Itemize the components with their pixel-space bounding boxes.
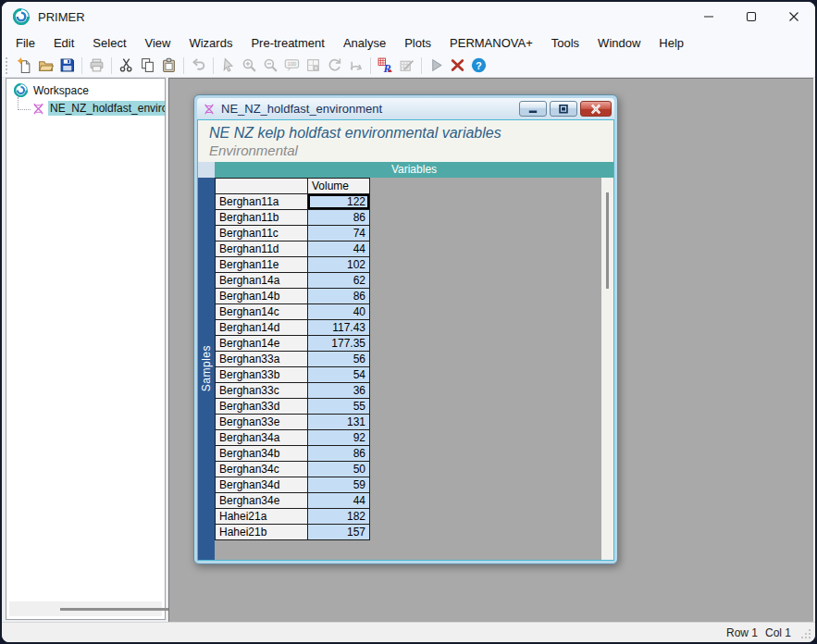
- table-row[interactable]: Berghan33a 56: [216, 352, 370, 367]
- menu-item-plots[interactable]: Plots: [395, 33, 440, 53]
- copy-icon[interactable]: [137, 56, 158, 76]
- row-label-cell[interactable]: Berghan34b: [216, 446, 308, 462]
- table-row[interactable]: Berghan34e 44: [216, 493, 370, 509]
- stop-icon[interactable]: [447, 56, 468, 76]
- row-value-cell[interactable]: 54: [308, 367, 370, 383]
- menu-item-tools[interactable]: Tools: [542, 33, 588, 53]
- menu-item-permanova-[interactable]: PERMANOVA+: [440, 33, 542, 53]
- row-value-cell[interactable]: 131: [308, 415, 370, 430]
- table-row[interactable]: Berghan11b 86: [216, 210, 370, 226]
- menu-item-file[interactable]: File: [6, 33, 44, 53]
- table-row[interactable]: Berghan14c 40: [216, 304, 370, 320]
- table-row[interactable]: Berghan11d 44: [216, 242, 370, 257]
- new-workspace-icon[interactable]: [14, 56, 35, 76]
- cut-icon[interactable]: [116, 56, 137, 76]
- table-row[interactable]: Berghan11c 74: [216, 226, 370, 242]
- row-value-cell[interactable]: 44: [308, 493, 370, 509]
- row-value-cell[interactable]: 86: [308, 210, 370, 226]
- table-row[interactable]: Berghan33d 55: [216, 399, 370, 415]
- table-row[interactable]: Berghan34a 92: [216, 430, 370, 446]
- row-value-cell[interactable]: 86: [308, 289, 370, 304]
- row-label-cell[interactable]: Berghan11a: [216, 194, 308, 210]
- maximize-button[interactable]: [730, 2, 773, 31]
- workspace-horizontal-scrollbar[interactable]: [9, 601, 162, 616]
- row-label-cell[interactable]: Berghan34d: [216, 477, 308, 493]
- row-label-cell[interactable]: Berghan14b: [216, 289, 308, 304]
- tree-item-data-matrix[interactable]: NE_NZ_holdfast_environment: [18, 101, 165, 116]
- sheet-minimize-button[interactable]: [519, 101, 547, 117]
- table-row[interactable]: Berghan11a 122: [216, 194, 370, 210]
- table-row[interactable]: Berghan33c 36: [216, 383, 370, 399]
- open-icon[interactable]: [35, 56, 56, 76]
- row-value-cell[interactable]: 44: [308, 242, 370, 257]
- row-label-cell[interactable]: Berghan33d: [216, 399, 308, 415]
- table-row[interactable]: Berghan33b 54: [216, 367, 370, 383]
- menu-item-edit[interactable]: Edit: [44, 33, 83, 53]
- row-label-cell[interactable]: Berghan14e: [216, 336, 308, 352]
- row-value-cell[interactable]: 177.35: [308, 336, 370, 352]
- row-label-cell[interactable]: Berghan34c: [216, 462, 308, 477]
- row-label-cell[interactable]: Berghan11c: [216, 226, 308, 242]
- table-row[interactable]: Berghan14e 177.35: [216, 336, 370, 352]
- sheet-restore-button[interactable]: [550, 101, 577, 117]
- row-value-cell[interactable]: 74: [308, 226, 370, 242]
- row-value-cell[interactable]: 55: [308, 399, 370, 415]
- row-value-cell[interactable]: 102: [308, 257, 370, 273]
- close-button[interactable]: [773, 2, 815, 31]
- table-row[interactable]: Berghan14d 117.43: [216, 320, 370, 336]
- row-label-cell[interactable]: Berghan11e: [216, 257, 308, 273]
- row-label-cell[interactable]: Berghan33a: [216, 352, 308, 367]
- row-label-cell[interactable]: Berghan14d: [216, 320, 308, 336]
- row-label-cell[interactable]: Berghan34e: [216, 493, 308, 509]
- row-label-cell[interactable]: Hahei21b: [216, 525, 308, 540]
- row-value-cell[interactable]: 122: [308, 194, 370, 210]
- row-value-cell[interactable]: 157: [308, 525, 370, 540]
- data-sheet-window[interactable]: NE_NZ_holdfast_environment: [193, 94, 618, 564]
- sheet-close-button[interactable]: [580, 101, 612, 117]
- table-row[interactable]: Hahei21b 157: [216, 525, 370, 540]
- menu-item-window[interactable]: Window: [588, 33, 650, 53]
- help-icon[interactable]: ?: [468, 56, 489, 76]
- row-label-cell[interactable]: Berghan11b: [216, 210, 308, 226]
- row-label-cell[interactable]: Berghan34a: [216, 430, 308, 446]
- table-row[interactable]: Berghan33e 131: [216, 415, 370, 430]
- row-value-cell[interactable]: 92: [308, 430, 370, 446]
- table-row[interactable]: Berghan14a 62: [216, 273, 370, 289]
- row-value-cell[interactable]: 50: [308, 462, 370, 477]
- save-icon[interactable]: [56, 56, 78, 76]
- row-label-cell[interactable]: Berghan33e: [216, 415, 308, 430]
- row-label-cell[interactable]: Berghan14c: [216, 304, 308, 320]
- minimize-button[interactable]: [687, 2, 730, 31]
- row-value-cell[interactable]: 56: [308, 352, 370, 367]
- scrollbar-thumb[interactable]: [60, 608, 175, 611]
- row-value-cell[interactable]: 36: [308, 383, 370, 399]
- scrollbar-thumb[interactable]: [606, 192, 609, 289]
- paste-icon[interactable]: [158, 56, 179, 76]
- menu-item-select[interactable]: Select: [83, 33, 135, 53]
- sheet-vertical-scrollbar[interactable]: [601, 178, 613, 560]
- menu-item-help[interactable]: Help: [650, 33, 693, 53]
- row-label-cell[interactable]: Berghan11d: [216, 242, 308, 257]
- row-label-cell[interactable]: Berghan33c: [216, 383, 308, 399]
- row-value-cell[interactable]: 117.43: [308, 320, 370, 336]
- table-row[interactable]: Berghan34b 86: [216, 446, 370, 462]
- row-label-cell[interactable]: Berghan14a: [216, 273, 308, 289]
- resize-grip[interactable]: [800, 628, 811, 639]
- row-label-cell[interactable]: Berghan33b: [216, 367, 308, 383]
- menu-item-view[interactable]: View: [136, 33, 180, 53]
- row-value-cell[interactable]: 62: [308, 273, 370, 289]
- table-row[interactable]: Hahei21a 182: [216, 509, 370, 525]
- table-row[interactable]: Berghan14b 86: [216, 289, 370, 304]
- r-language-icon[interactable]: R: [375, 56, 396, 76]
- corner-header-cell[interactable]: [216, 179, 308, 194]
- table-row[interactable]: Berghan34d 59: [216, 477, 370, 493]
- sheet-title-bar[interactable]: NE_NZ_holdfast_environment: [197, 98, 614, 119]
- row-value-cell[interactable]: 182: [308, 509, 370, 525]
- menu-item-analyse[interactable]: Analyse: [334, 33, 395, 53]
- tree-root-workspace[interactable]: Workspace: [6, 79, 165, 99]
- row-value-cell[interactable]: 59: [308, 477, 370, 493]
- menu-item-wizards[interactable]: Wizards: [179, 33, 241, 53]
- row-value-cell[interactable]: 86: [308, 446, 370, 462]
- row-label-cell[interactable]: Hahei21a: [216, 509, 308, 525]
- volume-column-header[interactable]: Volume: [308, 179, 370, 194]
